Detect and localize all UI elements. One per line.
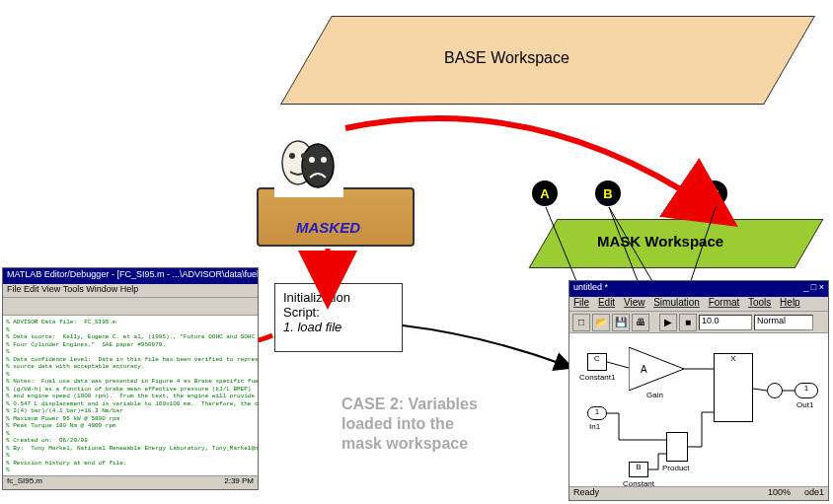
sim-mode-field[interactable]: Normal [754,315,813,330]
variable-c-badge: C [702,180,727,206]
menu-file[interactable]: File [573,297,589,308]
new-button[interactable]: □ [572,314,590,331]
matlab-code-area[interactable]: % ADVISOR Data file: FC_SI95.m % % Data … [3,316,258,475]
constant-block[interactable]: B [629,462,648,477]
svg-point-5 [309,157,315,163]
status-solver: ode1 [804,487,824,500]
svg-point-4 [301,153,307,159]
gain-label: Gain [646,391,663,399]
menu-view[interactable]: View [624,297,645,308]
simulink-toolbar[interactable]: □ 📂 💾 🖶 ▶ ■ 10.0 Normal [569,312,828,333]
case2-line2: loaded into the [341,414,559,434]
menu-help[interactable]: Help [780,297,800,308]
case2-line3: mask workspace [341,434,559,454]
product-block[interactable] [666,432,688,462]
constant-label: Constant [623,479,654,488]
init-subtitle: Script: [283,305,394,320]
gain-value: A [641,364,647,375]
svg-marker-11 [629,347,684,391]
base-workspace-label: BASE Workspace [444,49,569,67]
simulink-status-bar: Ready 100% ode1 [569,486,828,500]
case2-line1: CASE 2: Variables [341,395,559,414]
constant1-label: Constant1 [579,373,615,382]
sum-block[interactable] [767,383,783,398]
stop-button[interactable]: ■ [679,314,697,331]
matlab-status-file: fc_SI95.m [7,476,42,485]
matlab-status-time: 2:39 PM [224,476,254,485]
matlab-toolbar[interactable] [3,298,258,316]
open-button[interactable]: 📂 [592,314,610,331]
masked-label: MASKED [296,219,360,236]
init-title: Initialization [283,290,394,305]
init-script-box: Initialization Script: 1. load file [274,283,403,352]
play-button[interactable]: ▶ [659,314,677,331]
print-button[interactable]: 🖶 [632,314,649,331]
simulink-window[interactable]: untitled * _ □ × File Edit View Simulati… [568,280,829,501]
stop-time-field[interactable]: 10.0 [699,315,752,330]
menu-edit[interactable]: Edit [598,297,615,308]
in1-label: In1 [589,422,600,431]
matlab-menu-bar[interactable]: File Edit View Tools Window Help [3,284,258,298]
simulink-title-bar[interactable]: untitled * _ □ × [569,281,828,297]
variable-a-badge: A [532,180,558,206]
window-controls[interactable]: _ □ × [803,282,824,296]
svg-point-2 [302,144,334,187]
simulink-menu-bar[interactable]: File Edit View Simulation Format Tools H… [569,297,828,312]
out1-label: Out1 [796,400,813,409]
gain-block[interactable]: A [629,347,684,391]
simulink-title: untitled * [573,282,608,296]
menu-format[interactable]: Format [709,297,740,308]
product-label: Product [662,464,690,472]
matlab-editor-window[interactable]: MATLAB Editor/Debugger - [FC_SI95.m - ..… [2,267,259,490]
variable-b-badge: B [595,180,621,206]
menu-simulation[interactable]: Simulation [653,297,700,308]
constant1-block[interactable]: C [587,353,607,371]
init-item1: 1. load file [283,320,394,334]
matlab-status-bar: fc_SI95.m 2:39 PM [3,475,258,489]
status-ready: Ready [573,487,599,500]
save-button[interactable]: 💾 [612,314,630,331]
case2-caption: CASE 2: Variables loaded into the mask w… [341,395,559,454]
mux-block[interactable]: X [714,353,753,422]
menu-tools[interactable]: Tools [748,297,771,308]
status-zoom: 100% [768,487,791,500]
drama-masks-icon [274,128,343,197]
svg-point-3 [289,153,295,159]
simulink-canvas[interactable]: C Constant1 1 In1 A Gain Product B Const… [569,333,828,486]
out1-block[interactable]: 1 [795,383,818,398]
matlab-title-bar[interactable]: MATLAB Editor/Debugger - [FC_SI95.m - ..… [3,268,258,284]
mask-workspace-label: MASK Workspace [597,233,723,250]
svg-point-6 [321,157,327,163]
in1-block[interactable]: 1 [587,406,607,420]
